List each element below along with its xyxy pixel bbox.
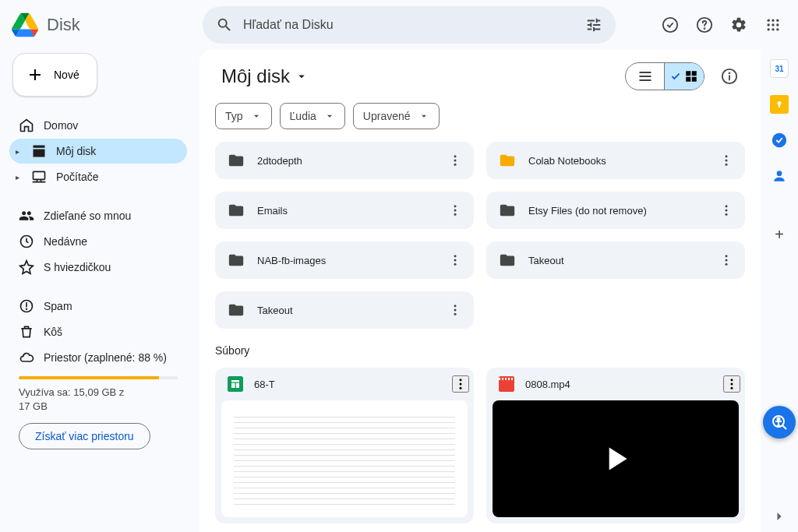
tasks-app-icon[interactable] <box>770 131 789 150</box>
add-app-button[interactable]: + <box>775 226 784 244</box>
keep-app-icon[interactable] <box>770 95 789 114</box>
nav-starred[interactable]: S hviezdičkou <box>9 255 187 280</box>
info-icon[interactable] <box>714 61 745 92</box>
svg-point-23 <box>454 160 457 162</box>
svg-point-5 <box>776 19 779 22</box>
search-input[interactable] <box>240 18 578 32</box>
file-item[interactable]: 68-T <box>215 368 474 523</box>
home-icon <box>19 118 34 133</box>
svg-point-35 <box>454 259 457 262</box>
nav-recent[interactable]: Nedávne <box>9 229 187 254</box>
svg-point-22 <box>454 155 457 157</box>
file-preview <box>493 400 739 517</box>
folder-item[interactable]: 2dtodepth <box>215 142 474 179</box>
search-options-icon[interactable] <box>578 9 609 41</box>
svg-point-40 <box>454 305 457 307</box>
file-type-icon <box>499 376 514 392</box>
svg-point-0 <box>663 18 677 32</box>
nav-home[interactable]: Domov <box>9 113 187 138</box>
collapse-panel-icon[interactable] <box>772 509 787 524</box>
grid-view-button[interactable] <box>665 63 704 90</box>
folder-icon <box>228 301 245 319</box>
svg-point-6 <box>768 23 770 26</box>
more-options-button[interactable] <box>441 196 469 224</box>
svg-point-39 <box>726 263 728 266</box>
folder-item[interactable]: Takeout <box>486 241 745 279</box>
svg-point-37 <box>726 255 728 257</box>
logo-area: Disk <box>9 9 196 41</box>
filter-type[interactable]: Typ <box>215 103 272 129</box>
svg-point-53 <box>777 171 782 176</box>
file-item[interactable]: 0808.mp4 <box>486 368 745 523</box>
svg-point-3 <box>768 19 770 22</box>
nav-shared[interactable]: Zdieľané so mnou <box>9 203 187 228</box>
search-icon[interactable] <box>209 9 240 41</box>
nav-label: Môj disk <box>56 145 96 157</box>
folder-item[interactable]: NAB-fb-images <box>215 241 474 279</box>
file-type-icon <box>228 376 243 392</box>
svg-point-24 <box>454 164 457 166</box>
calendar-app-icon[interactable]: 31 <box>770 59 789 78</box>
help-icon[interactable] <box>689 9 720 41</box>
settings-icon[interactable] <box>723 9 754 41</box>
nav-storage[interactable]: Priestor (zaplnené: 88 %) <box>9 345 187 370</box>
nav-label: Počítače <box>56 171 98 183</box>
folder-item[interactable]: Emails <box>215 192 474 229</box>
nav-trash[interactable]: Kôš <box>9 319 187 344</box>
nav-label: Nedávne <box>44 235 87 248</box>
expand-arrow-icon[interactable]: ▸ <box>12 173 22 181</box>
folder-item[interactable]: Colab Notebooks <box>486 142 745 179</box>
file-name: 68-T <box>254 379 441 390</box>
svg-point-44 <box>460 379 462 381</box>
nav-spam[interactable]: Spam <box>9 294 187 319</box>
filter-bar: Typ Ľudia Upravené <box>200 103 761 139</box>
svg-point-7 <box>772 23 774 26</box>
more-options-button[interactable] <box>441 296 469 324</box>
offline-status-icon[interactable] <box>655 9 686 41</box>
folder-name: Emails <box>257 205 429 217</box>
header-actions <box>655 9 789 41</box>
drive-logo-icon[interactable] <box>9 9 41 41</box>
svg-rect-51 <box>779 105 780 107</box>
more-options-button[interactable] <box>452 375 469 393</box>
svg-point-55 <box>778 418 780 421</box>
get-more-storage-button[interactable]: Získať viac priestoru <box>19 423 150 449</box>
svg-point-8 <box>776 23 779 26</box>
folder-item[interactable]: Takeout <box>215 291 474 329</box>
nav-my-drive[interactable]: ▸ Môj disk <box>9 139 187 164</box>
svg-point-31 <box>726 205 728 207</box>
contacts-app-icon[interactable] <box>770 167 789 185</box>
file-name: 0808.mp4 <box>525 379 712 390</box>
svg-point-9 <box>768 28 770 30</box>
nav-computers[interactable]: ▸ Počítače <box>9 164 187 189</box>
filter-modified[interactable]: Upravené <box>353 103 440 129</box>
more-options-button[interactable] <box>441 246 469 274</box>
folder-icon <box>499 252 516 269</box>
new-button[interactable]: Nové <box>12 53 97 97</box>
svg-rect-17 <box>692 71 697 76</box>
apps-icon[interactable] <box>757 9 789 41</box>
drive-icon <box>31 143 47 159</box>
search-bar[interactable] <box>203 6 616 44</box>
svg-rect-19 <box>692 77 697 82</box>
view-toggle <box>625 62 704 90</box>
side-panel: 31 + <box>761 50 798 532</box>
more-options-button[interactable] <box>723 375 740 393</box>
more-options-button[interactable] <box>441 146 469 174</box>
svg-point-32 <box>726 210 728 212</box>
list-view-button[interactable] <box>626 63 665 90</box>
nav-label: Priestor (zaplnené: 88 %) <box>44 351 167 364</box>
svg-point-15 <box>26 308 27 309</box>
breadcrumb[interactable]: Môj disk <box>215 62 315 90</box>
expand-arrow-icon[interactable]: ▸ <box>12 147 22 156</box>
folder-item[interactable]: Etsy Files (do not remove) <box>486 192 745 229</box>
folder-name: Takeout <box>528 255 700 266</box>
folder-icon <box>228 252 245 269</box>
folder-name: Colab Notebooks <box>528 155 700 167</box>
cloud-icon <box>19 350 34 365</box>
more-options-button[interactable] <box>712 246 740 274</box>
more-options-button[interactable] <box>712 196 740 224</box>
accessibility-fab[interactable] <box>763 406 796 439</box>
filter-people[interactable]: Ľudia <box>280 103 345 129</box>
more-options-button[interactable] <box>712 146 740 174</box>
